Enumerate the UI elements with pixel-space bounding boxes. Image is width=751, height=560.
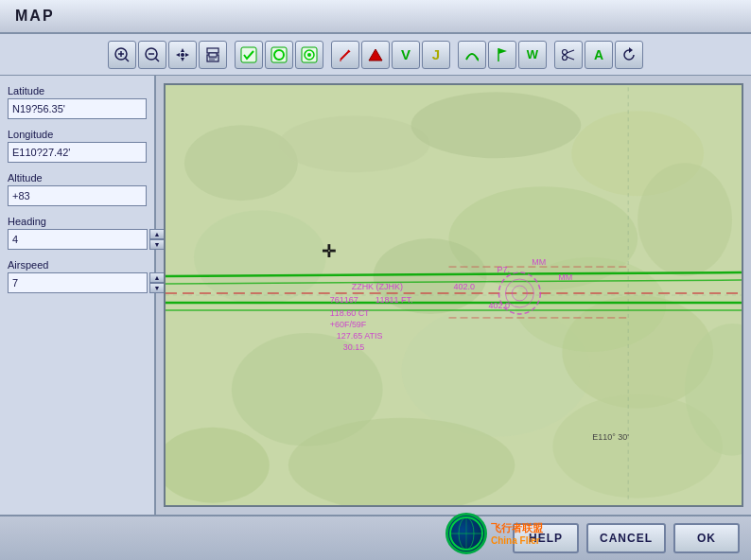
map-area[interactable]: ✛ MM MM P7. 402.0 402.0 ZZHK (ZJHK) 7611…: [164, 83, 743, 507]
v-button[interactable]: V: [392, 41, 420, 69]
altitude-label: Altitude: [8, 172, 147, 184]
svg-text:118.60 CT: 118.60 CT: [330, 308, 370, 318]
heading-spinner: ▲ ▼: [8, 229, 147, 250]
flag-button[interactable]: [488, 41, 516, 69]
airspeed-up-button[interactable]: ▲: [149, 272, 165, 283]
heading-input[interactable]: [8, 229, 148, 250]
page-title: MAP: [15, 8, 55, 25]
svg-point-36: [184, 125, 298, 201]
svg-text:761167: 761167: [330, 295, 358, 305]
svg-point-40: [637, 163, 732, 276]
airspeed-spinner: ▲ ▼: [8, 272, 147, 293]
svg-rect-12: [207, 48, 218, 53]
svg-text:ZZHK (ZJHK): ZZHK (ZJHK): [352, 282, 403, 291]
svg-marker-34: [629, 47, 633, 53]
altitude-input[interactable]: [8, 185, 147, 206]
svg-text:402.0: 402.0: [454, 282, 475, 291]
airspeed-label: Airspeed: [8, 259, 147, 271]
svg-point-41: [194, 210, 326, 305]
svg-text:E110° 30': E110° 30': [592, 432, 629, 442]
svg-text:P7.: P7.: [497, 265, 509, 274]
bottom-bar: 飞行者联盟 China Flier HELP CANCEL OK: [0, 515, 751, 560]
svg-line-23: [341, 51, 349, 60]
pencil-button[interactable]: [331, 41, 359, 69]
w-button[interactable]: W: [518, 41, 547, 69]
heading-up-button[interactable]: ▲: [149, 229, 165, 239]
svg-text:✛: ✛: [322, 242, 336, 261]
green-check-button[interactable]: [235, 41, 263, 69]
print-button[interactable]: [199, 41, 227, 69]
logo-line2: China Flier: [491, 535, 543, 546]
svg-point-11: [181, 53, 184, 57]
airspeed-spinner-buttons: ▲ ▼: [149, 272, 165, 293]
scissors-button[interactable]: [554, 41, 583, 69]
longitude-group: Longitude: [8, 129, 147, 163]
heading-group: Heading ▲ ▼: [8, 216, 147, 250]
logo-area: 飞行者联盟 China Flier: [445, 513, 543, 554]
svg-rect-17: [241, 47, 256, 62]
triangle-button[interactable]: [361, 41, 390, 69]
title-bar: MAP: [0, 0, 751, 34]
toolbar: V J W A: [0, 34, 751, 76]
text-button[interactable]: A: [585, 41, 613, 69]
logo-line1: 飞行者联盟: [491, 521, 543, 535]
airspeed-down-button[interactable]: ▼: [149, 283, 165, 293]
zoom-in-button[interactable]: [108, 41, 136, 69]
svg-point-37: [279, 115, 430, 172]
svg-marker-10: [185, 53, 189, 57]
pan-button[interactable]: [168, 41, 197, 69]
svg-marker-29: [498, 48, 507, 54]
svg-marker-7: [181, 48, 184, 52]
svg-marker-8: [181, 58, 184, 61]
ok-button[interactable]: OK: [673, 523, 740, 553]
curve-button[interactable]: [458, 41, 486, 69]
latitude-group: Latitude: [8, 85, 147, 119]
svg-text:11811 FT.: 11811 FT.: [376, 295, 413, 305]
svg-point-30: [563, 49, 568, 54]
svg-marker-26: [369, 49, 382, 61]
svg-rect-14: [209, 53, 217, 57]
j-button[interactable]: J: [422, 41, 450, 69]
replay-button[interactable]: [615, 41, 643, 69]
svg-text:MM: MM: [532, 257, 546, 267]
latitude-input[interactable]: [8, 98, 147, 119]
longitude-input[interactable]: [8, 142, 147, 163]
airspeed-group: Airspeed ▲ ▼: [8, 259, 147, 293]
svg-line-32: [567, 50, 574, 53]
map-svg: ✛ MM MM P7. 402.0 402.0 ZZHK (ZJHK) 7611…: [166, 85, 742, 505]
svg-text:MM: MM: [558, 272, 572, 282]
svg-line-3: [126, 58, 130, 61]
main-content: Latitude Longitude Altitude Heading ▲ ▼ …: [0, 76, 751, 515]
heading-label: Heading: [8, 216, 147, 227]
svg-point-38: [411, 92, 582, 158]
latitude-label: Latitude: [8, 85, 147, 96]
svg-line-33: [567, 57, 574, 60]
cancel-button[interactable]: CANCEL: [586, 523, 666, 553]
svg-marker-9: [176, 53, 180, 57]
altitude-group: Altitude: [8, 172, 147, 206]
radio-button[interactable]: [295, 41, 323, 69]
svg-text:402.0: 402.0: [488, 301, 509, 310]
map-terrain: ✛ MM MM P7. 402.0 402.0 ZZHK (ZJHK) 7611…: [166, 85, 742, 505]
circle-button[interactable]: [265, 41, 293, 69]
airspeed-input[interactable]: [8, 272, 148, 293]
left-panel: Latitude Longitude Altitude Heading ▲ ▼ …: [0, 76, 156, 515]
svg-text:127.65 ATIS: 127.65 ATIS: [337, 331, 383, 341]
svg-line-6: [156, 58, 160, 61]
heading-spinner-buttons: ▲ ▼: [149, 229, 165, 250]
svg-point-22: [307, 53, 311, 57]
logo-circle: [445, 513, 487, 554]
svg-text:+60F/59F: +60F/59F: [330, 320, 367, 329]
longitude-label: Longitude: [8, 129, 147, 140]
svg-text:30.15: 30.15: [343, 342, 364, 352]
heading-down-button[interactable]: ▼: [149, 239, 165, 250]
logo-text-area: 飞行者联盟 China Flier: [491, 521, 543, 546]
svg-point-31: [563, 55, 568, 60]
zoom-out-button[interactable]: [138, 41, 166, 69]
